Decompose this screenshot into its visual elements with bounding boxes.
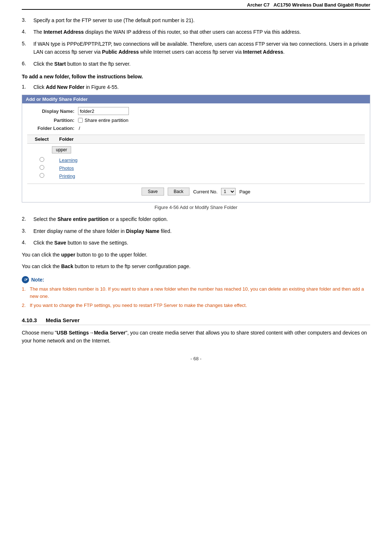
list-item-6: 6. Click the Start button to start the f… <box>22 60 370 68</box>
note-heading-text: Note: <box>31 277 44 283</box>
step1-num: 1. <box>22 83 33 91</box>
folder-printing-cell: Printing <box>56 172 365 180</box>
item-6-text: Click the Start button to start the ftp … <box>33 60 370 68</box>
item-6-num: 6. <box>22 60 33 68</box>
partition-row: Partition: Share entire partition <box>27 118 365 123</box>
current-no-label: Current No. <box>193 189 217 194</box>
note-heading: ☞ Note: <box>22 276 370 283</box>
display-name-label: Display Name: <box>27 108 78 114</box>
list-item-4: 4. The Internet Address displays the WAN… <box>22 28 370 36</box>
table-row: Photos <box>27 164 365 172</box>
item-3-text: Specify a port for the FTP server to use… <box>33 16 370 24</box>
display-name-row: Display Name: <box>27 107 365 115</box>
list-item-step2: 2. Select the Share entire partition or … <box>22 215 370 223</box>
folder-photos-cell: Photos <box>56 164 365 172</box>
product-name: AC1750 Wireless Dual Band Gigabit Router <box>274 2 370 8</box>
radio-printing[interactable] <box>40 173 44 178</box>
upper-button[interactable]: upper <box>52 146 71 153</box>
note-2-text: If you want to change the FTP settings, … <box>30 302 370 309</box>
save-button[interactable]: Save <box>142 188 164 196</box>
step3-text: Enter display name of the share folder i… <box>33 227 370 235</box>
step4-text: Click the Save button to save the settin… <box>33 239 370 247</box>
list-item-step1: 1. Click Add New Folder in Figure 4-55. <box>22 83 370 91</box>
note-section: ☞ Note: 1. The max share folders number … <box>22 276 370 309</box>
bold-heading: To add a new folder, follow the instruct… <box>22 74 370 79</box>
item-4-num: 4. <box>22 28 33 36</box>
step1-text: Click Add New Folder in Figure 4-55. <box>33 83 370 91</box>
section-heading: 4.10.3 Media Server <box>22 317 370 325</box>
step4-num: 4. <box>22 239 33 247</box>
col-folder: Folder <box>56 135 365 144</box>
note-1-num: 1. <box>22 286 30 300</box>
partition-checkbox-label: Share entire partition <box>85 118 128 123</box>
upper-cell: upper <box>27 144 365 156</box>
table-row: Printing <box>27 172 365 180</box>
note-item-1: 1. The max share folders number is 10. I… <box>22 286 370 300</box>
folder-location-row: Folder Location: / <box>27 126 365 131</box>
folder-location-label: Folder Location: <box>27 126 78 131</box>
folder-learning-cell: Learning <box>56 156 365 164</box>
model-name: Archer C7 <box>247 2 270 8</box>
folder-printing-link[interactable]: Printing <box>59 173 75 179</box>
note-2-num: 2. <box>22 302 30 309</box>
upper-para: You can click the upper button to go to … <box>22 251 370 259</box>
partition-checkbox[interactable] <box>78 118 83 123</box>
back-para: You can click the Back button to return … <box>22 262 370 270</box>
item-3-num: 3. <box>22 16 33 24</box>
figure-box: Add or Modify Share Folder Display Name:… <box>22 95 370 202</box>
table-header-row: Select Folder <box>27 135 365 144</box>
list-item-step3: 3. Enter display name of the share folde… <box>22 227 370 235</box>
list-item-5: 5. If WAN type is PPPoE/PPTP/L2TP, two c… <box>22 40 370 56</box>
folder-table: Select Folder upper <box>27 135 365 180</box>
figure-footer: Save Back Current No. 1 Page <box>27 184 365 197</box>
radio-learning[interactable] <box>40 157 44 162</box>
item-4-text: The Internet Address displays the WAN IP… <box>33 28 370 36</box>
note-1-text: The max share folders number is 10. If y… <box>30 286 370 300</box>
folder-photos-link[interactable]: Photos <box>59 165 74 171</box>
col-select: Select <box>27 135 56 144</box>
folder-learning-link[interactable]: Learning <box>59 157 78 163</box>
current-no-select[interactable]: 1 <box>221 188 236 195</box>
radio-learning-cell <box>27 156 56 164</box>
radio-photos-cell <box>27 164 56 172</box>
list-item-step4: 4. Click the Save button to save the set… <box>22 239 370 247</box>
folder-location-value: / <box>79 126 80 131</box>
list-item-3: 3. Specify a port for the FTP server to … <box>22 16 370 24</box>
section-num: 4.10.3 <box>22 317 37 323</box>
figure-body: Display Name: Partition: Share entire pa… <box>22 103 370 202</box>
figure-caption: Figure 4-56 Add or Modify Share Folder <box>22 205 370 210</box>
back-button[interactable]: Back <box>168 188 190 196</box>
radio-printing-cell <box>27 172 56 180</box>
page-label: Page <box>239 189 250 194</box>
step3-num: 3. <box>22 227 33 235</box>
header-title: Archer C7 AC1750 Wireless Dual Band Giga… <box>247 2 370 8</box>
page-header: Archer C7 AC1750 Wireless Dual Band Giga… <box>22 0 370 10</box>
partition-label: Partition: <box>27 118 78 123</box>
radio-photos[interactable] <box>40 165 44 170</box>
display-name-input[interactable] <box>78 107 129 115</box>
step2-num: 2. <box>22 215 33 223</box>
page-number: - 68 - <box>22 356 370 361</box>
note-item-2: 2. If you want to change the FTP setting… <box>22 302 370 309</box>
upper-row: upper <box>27 144 365 156</box>
item-5-num: 5. <box>22 40 33 56</box>
item-5-text: If WAN type is PPPoE/PPTP/L2TP, two conn… <box>33 40 370 56</box>
note-icon: ☞ <box>22 276 29 283</box>
step2-text: Select the Share entire partition or a s… <box>33 215 370 223</box>
section-para: Choose menu "USB Settings→Media Server",… <box>22 329 370 345</box>
figure-header: Add or Modify Share Folder <box>22 95 370 103</box>
partition-checkbox-row: Share entire partition <box>78 118 128 123</box>
note-list: 1. The max share folders number is 10. I… <box>22 286 370 309</box>
section-title: Media Server <box>46 317 79 323</box>
table-row: Learning <box>27 156 365 164</box>
